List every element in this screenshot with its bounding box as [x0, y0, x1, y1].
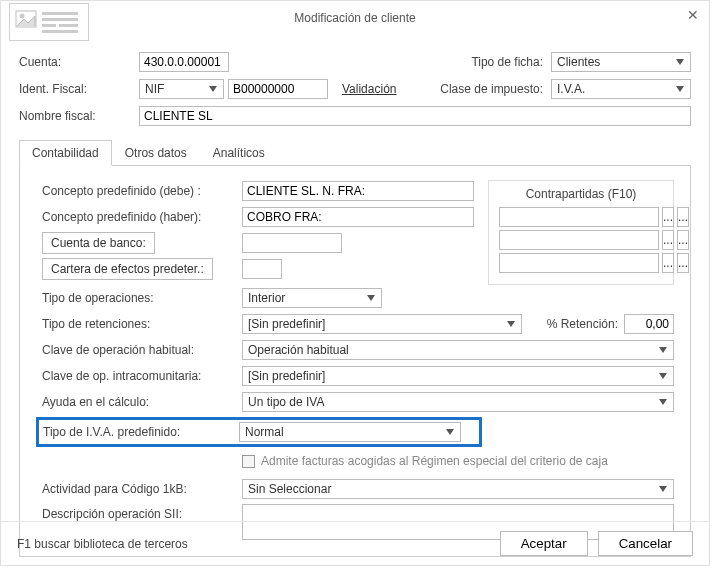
contrapartida-input-1[interactable] — [499, 207, 659, 227]
tipo-operaciones-value: Interior — [248, 291, 285, 305]
concepto-debe-label: Concepto predefinido (debe) : — [42, 184, 242, 198]
actividad-1kb-select[interactable]: Sin Seleccionar — [242, 479, 674, 499]
chevron-down-icon — [364, 290, 378, 306]
chevron-down-icon — [673, 81, 687, 97]
header-form: Cuenta: Tipo de ficha: Clientes Ident. F… — [1, 41, 709, 557]
titlebar: Modificación de cliente ✕ — [1, 1, 709, 41]
tipo-iva-pred-value: Normal — [245, 425, 284, 439]
dialog-title: Modificación de cliente — [1, 11, 709, 25]
ayuda-calculo-value: Un tipo de IVA — [248, 395, 325, 409]
clave-op-ic-select[interactable]: [Sin predefinir] — [242, 366, 674, 386]
chevron-down-icon — [656, 368, 670, 384]
tipo-iva-highlight: Tipo de I.V.A. predefinido: Normal — [36, 417, 482, 447]
clave-op-hab-select[interactable]: Operación habitual — [242, 340, 674, 360]
tabs: Contabilidad Otros datos Analíticos — [19, 139, 691, 166]
accept-button[interactable]: Aceptar — [500, 531, 588, 556]
dialog-footer: F1 buscar biblioteca de terceros Aceptar… — [1, 521, 709, 565]
tipo-operaciones-select[interactable]: Interior — [242, 288, 382, 308]
chevron-down-icon — [673, 54, 687, 70]
svg-rect-6 — [42, 30, 78, 33]
cartera-efectos-button[interactable]: Cartera de efectos predeter.: — [42, 258, 213, 280]
tipo-iva-pred-select[interactable]: Normal — [239, 422, 461, 442]
tipo-ficha-label: Tipo de ficha: — [471, 55, 543, 69]
pct-retencion-label: % Retención: — [547, 317, 618, 331]
criterio-caja-label: Admite facturas acogidas al Régimen espe… — [261, 454, 608, 468]
ident-fiscal-input[interactable] — [228, 79, 328, 99]
tipo-ficha-value: Clientes — [557, 55, 600, 69]
ident-fiscal-type-select[interactable]: NIF — [139, 79, 224, 99]
footer-help-text: F1 buscar biblioteca de terceros — [17, 537, 188, 551]
nombre-fiscal-input[interactable] — [139, 106, 691, 126]
clase-impuesto-select[interactable]: I.V.A. — [551, 79, 691, 99]
contrapartida-browse-3[interactable]: ... — [662, 253, 674, 273]
clave-op-hab-value: Operación habitual — [248, 343, 349, 357]
concepto-debe-input[interactable] — [242, 181, 474, 201]
cuenta-label: Cuenta: — [19, 55, 139, 69]
contrapartida-input-3[interactable] — [499, 253, 659, 273]
validacion-link[interactable]: Validación — [342, 82, 396, 96]
contrapartidas-group: Contrapartidas (F10) ... ... ... ... ... — [488, 180, 674, 285]
tipo-ficha-select[interactable]: Clientes — [551, 52, 691, 72]
concepto-haber-input[interactable] — [242, 207, 474, 227]
cuenta-input[interactable] — [139, 52, 229, 72]
actividad-1kb-value: Sin Seleccionar — [248, 482, 331, 496]
cancel-button[interactable]: Cancelar — [598, 531, 693, 556]
chevron-down-icon — [656, 394, 670, 410]
cartera-efectos-input[interactable] — [242, 259, 282, 279]
contrapartida-browse-1[interactable]: ... — [662, 207, 674, 227]
contrapartida-extra-1[interactable]: ... — [677, 207, 689, 227]
ident-fiscal-type-value: NIF — [145, 82, 164, 96]
nombre-fiscal-label: Nombre fiscal: — [19, 109, 139, 123]
chevron-down-icon — [206, 81, 220, 97]
tab-otros-datos[interactable]: Otros datos — [112, 140, 200, 166]
tipo-retenciones-select[interactable]: [Sin predefinir] — [242, 314, 522, 334]
contrapartida-input-2[interactable] — [499, 230, 659, 250]
concepto-haber-label: Concepto predefinido (haber): — [42, 210, 242, 224]
clase-impuesto-label: Clase de impuesto: — [440, 82, 543, 96]
ident-fiscal-label: Ident. Fiscal: — [19, 82, 139, 96]
contrapartida-extra-2[interactable]: ... — [677, 230, 689, 250]
tipo-retenciones-label: Tipo de retenciones: — [42, 317, 242, 331]
criterio-caja-checkbox[interactable] — [242, 455, 255, 468]
clave-op-hab-label: Clave de operación habitual: — [42, 343, 242, 357]
clave-op-ic-value: [Sin predefinir] — [248, 369, 325, 383]
clave-op-ic-label: Clave de op. intracomunitaria: — [42, 369, 242, 383]
pct-retencion-input[interactable] — [624, 314, 674, 334]
contrapartidas-title: Contrapartidas (F10) — [499, 187, 663, 201]
tab-body-contabilidad: Concepto predefinido (debe) : Concepto p… — [19, 166, 691, 557]
tab-contabilidad[interactable]: Contabilidad — [19, 140, 112, 166]
close-button[interactable]: ✕ — [687, 7, 699, 23]
clase-impuesto-value: I.V.A. — [557, 82, 585, 96]
chevron-down-icon — [656, 342, 670, 358]
tab-analiticos[interactable]: Analíticos — [200, 140, 278, 166]
chevron-down-icon — [443, 424, 457, 440]
dialog-window: Modificación de cliente ✕ Cuenta: Tipo d… — [0, 0, 710, 566]
cuenta-banco-button[interactable]: Cuenta de banco: — [42, 232, 155, 254]
ayuda-calculo-label: Ayuda en el cálculo: — [42, 395, 242, 409]
ayuda-calculo-select[interactable]: Un tipo de IVA — [242, 392, 674, 412]
tipo-operaciones-label: Tipo de operaciones: — [42, 291, 242, 305]
contrapartida-extra-3[interactable]: ... — [677, 253, 689, 273]
actividad-1kb-label: Actividad para Código 1kB: — [42, 482, 242, 496]
tipo-iva-pred-label: Tipo de I.V.A. predefinido: — [43, 425, 239, 439]
tipo-retenciones-value: [Sin predefinir] — [248, 317, 325, 331]
chevron-down-icon — [504, 316, 518, 332]
chevron-down-icon — [656, 481, 670, 497]
desc-op-sii-label: Descripción operación SII: — [42, 504, 242, 521]
cuenta-banco-input[interactable] — [242, 233, 342, 253]
contrapartida-browse-2[interactable]: ... — [662, 230, 674, 250]
